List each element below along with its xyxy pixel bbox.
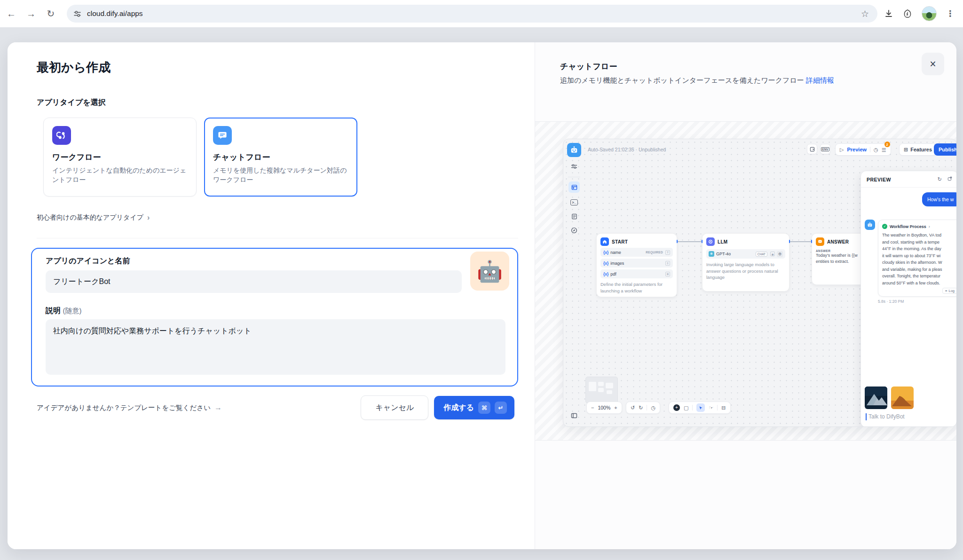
app-icon-picker[interactable]: 🤖 <box>470 252 509 291</box>
reload-icon[interactable]: ↻ <box>42 5 59 22</box>
code-window-icon[interactable] <box>807 144 817 154</box>
card-chatflow-title: チャットフロー <box>213 152 348 163</box>
publish-button[interactable]: Publish <box>934 143 956 156</box>
bookmark-star-icon[interactable]: ☆ <box>859 8 871 19</box>
panel-toggle-icon[interactable] <box>568 410 580 421</box>
checklist-icon[interactable]: ☰ 2 <box>882 145 886 154</box>
success-check-icon: ✓ <box>882 224 887 229</box>
start-node[interactable]: START {x} name REQUIRED T {x} images ≡ {… <box>596 233 677 297</box>
zoom-out-icon[interactable]: − <box>591 405 594 410</box>
card-workflow[interactable]: ワークフロー インテリジェントな自動化のためのエージェントフロー <box>43 118 197 197</box>
version-history-icon[interactable]: ◷ <box>651 405 655 410</box>
detail-title: チャットフロー <box>560 61 617 72</box>
app-info-section: アプリのアイコンと名前 🤖 説明 (随意) 社内向けの質問対応や業務サポートを行… <box>31 248 518 386</box>
close-icon[interactable]: × <box>922 53 944 75</box>
url-text[interactable]: cloud.dify.ai/apps <box>87 9 859 18</box>
browser-toolbar: ← → ↻ cloud.dify.ai/apps ☆ ⋮ <box>0 0 963 27</box>
rail-divider <box>568 177 580 177</box>
download-icon[interactable] <box>884 9 893 18</box>
pointer-tool-icon[interactable] <box>696 403 705 412</box>
dialog-footer: アイデアがありませんか？テンプレートをご覧ください → キャンセル 作成する ⌘… <box>37 395 514 420</box>
app-type-cards: ワークフロー インテリジェントな自動化のためのエージェントフロー チャットフロー… <box>43 118 357 197</box>
minimap[interactable] <box>585 377 618 403</box>
chevron-right-icon: › <box>147 213 150 222</box>
robot-emoji: 🤖 <box>477 259 503 284</box>
orchestrate-icon[interactable] <box>568 181 580 193</box>
start-field-images: {x} images ≡ <box>600 259 673 268</box>
llm-icon <box>706 237 715 246</box>
image-thumbnail-night-mountain[interactable] <box>865 386 887 409</box>
preview-panel-title: PREVIEW <box>867 177 891 182</box>
open-in-new-icon[interactable] <box>947 176 952 182</box>
chatflow-icon <box>213 126 232 145</box>
app-description-textarea[interactable]: 社内向けの質問対応や業務サポートを行うチャットボット <box>46 319 505 375</box>
profile-avatar[interactable] <box>922 6 937 21</box>
chevron-right-icon: › <box>929 224 930 229</box>
notes-icon[interactable] <box>568 211 580 222</box>
answer-icon <box>816 237 824 246</box>
zoom-level[interactable]: 100% <box>598 405 610 410</box>
play-icon[interactable]: ▷ <box>840 147 844 152</box>
gear-icon: ⚙ <box>777 251 783 257</box>
chat-input-row <box>866 413 947 420</box>
text-caret <box>866 413 867 420</box>
browser-menu-icon[interactable]: ⋮ <box>946 8 955 19</box>
undo-icon[interactable]: ↺ <box>631 405 635 410</box>
memory-saver-leaf-icon[interactable] <box>903 9 912 18</box>
compass-icon[interactable] <box>568 225 580 236</box>
beginner-apptypes-link[interactable]: 初心者向けの基本的なアプリタイプ › <box>37 213 150 222</box>
checklist-badge: 2 <box>884 142 890 147</box>
learn-more-link[interactable]: 詳細情報 <box>806 76 834 84</box>
create-form-pane: 最初から作成 アプリタイプを選択 ワークフロー インテリジェントな自動化のための… <box>8 42 535 549</box>
browse-templates-link[interactable]: アイデアがありませんか？テンプレートをご覧ください → <box>37 403 222 412</box>
create-button[interactable]: 作成する ⌘ ↵ <box>434 396 514 419</box>
name-label: アプリのアイコンと名前 <box>46 256 130 266</box>
run-toolbar: ▷ Preview ◷ ☰ 2 <box>835 143 891 156</box>
zoom-in-icon[interactable]: + <box>614 405 617 410</box>
chat-preview-panel: PREVIEW ↻ How's the w ✓ Workflow Process… <box>860 171 956 427</box>
enter-key-icon: ↵ <box>495 402 507 414</box>
features-button[interactable]: ⊞ Features <box>899 143 937 156</box>
vision-icon: ◉ <box>770 252 775 256</box>
undo-redo-controls: ↺ ↻ ◷ <box>626 402 660 414</box>
redo-icon[interactable]: ↻ <box>639 405 643 410</box>
create-app-dialog: 最初から作成 アプリタイプを選択 ワークフロー インテリジェントな自動化のための… <box>8 42 956 549</box>
bot-avatar <box>865 220 875 230</box>
env-icon[interactable]: ENV <box>820 144 830 154</box>
card-workflow-title: ワークフロー <box>52 152 188 163</box>
canvas-tools: + ▢ ☞ ⊟ <box>669 402 731 414</box>
back-icon[interactable]: ← <box>3 5 20 22</box>
app-robot-icon <box>567 143 581 157</box>
hand-tool-icon[interactable]: ☞ <box>709 405 713 410</box>
app-type-detail-pane: × チャットフロー 追加のメモリ機能とチャットボットインターフェースを備えたワー… <box>535 42 956 549</box>
restart-chat-icon[interactable]: ↻ <box>938 176 942 182</box>
card-chatflow[interactable]: チャットフロー メモリを使用した複雑なマルチターン対話のワークフロー <box>204 118 357 197</box>
add-note-icon[interactable]: ▢ <box>684 405 688 410</box>
add-node-icon[interactable]: + <box>673 404 680 411</box>
cancel-button[interactable]: キャンセル <box>361 395 428 420</box>
card-workflow-desc: インテリジェントな自動化のためのエージェントフロー <box>52 166 188 184</box>
terminal-icon[interactable]: >_ <box>568 197 580 208</box>
app-type-label: アプリタイプを選択 <box>37 98 106 108</box>
card-chatflow-desc: メモリを使用した複雑なマルチターン対話のワークフロー <box>213 166 348 184</box>
organize-icon[interactable]: ⊟ <box>721 405 726 410</box>
text-field-icon: T <box>665 250 670 255</box>
tune-icon[interactable] <box>73 10 81 18</box>
sliders-icon[interactable] <box>568 161 580 172</box>
workflow-process-row[interactable]: ✓ Workflow Process › <box>882 224 956 229</box>
forward-icon[interactable]: → <box>23 5 39 22</box>
workflow-icon <box>52 126 71 145</box>
chatflow-editor-preview: Auto-Saved 21:02:35 · Unpublished >_ ENV <box>563 139 956 427</box>
bot-message-card: ✓ Workflow Process › The weather in Boyd… <box>878 220 956 297</box>
features-grid-icon: ⊞ <box>904 147 908 152</box>
cmd-key-icon: ⌘ <box>478 402 490 414</box>
preview-button[interactable]: Preview <box>847 147 867 152</box>
image-thumbnail-sunset-mountain[interactable] <box>891 386 914 409</box>
history-icon[interactable]: ◷ <box>874 147 878 152</box>
address-bar[interactable]: cloud.dify.ai/apps ☆ <box>67 5 877 23</box>
app-name-input[interactable] <box>46 270 462 293</box>
llm-node[interactable]: LLM ✻ GPT-4o CHAT ◉ ⚙ Invoking large lan… <box>702 233 789 292</box>
detail-description: 追加のメモリ機能とチャットボットインターフェースを備えたワークフロー 詳細情報 <box>560 74 842 87</box>
log-button[interactable]: ≡ Log <box>942 288 956 294</box>
chat-input[interactable] <box>868 413 947 420</box>
